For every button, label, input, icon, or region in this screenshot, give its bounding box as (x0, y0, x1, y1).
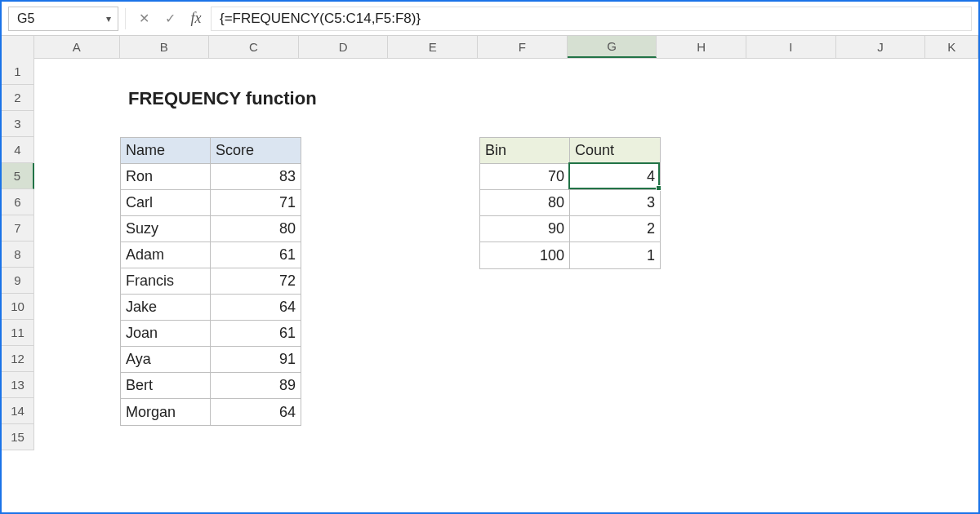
row-header-2[interactable]: 2 (2, 85, 34, 111)
table-row[interactable]: Suzy 80 (121, 216, 301, 242)
row-header-1[interactable]: 1 (2, 59, 34, 85)
col-bin-header[interactable]: Bin (480, 138, 570, 164)
cell-name[interactable]: Francis (121, 268, 211, 295)
table-row[interactable]: 90 2 (480, 216, 660, 242)
col-header-D[interactable]: D (299, 36, 389, 58)
table-row[interactable]: Morgan 64 (121, 399, 301, 425)
row-header-9[interactable]: 9 (2, 268, 34, 294)
x-icon: ✕ (139, 11, 149, 26)
cell-count[interactable]: 3 (570, 190, 660, 216)
row-header-5[interactable]: 5 (2, 163, 34, 189)
cell-score[interactable]: 80 (211, 216, 301, 242)
row-header-12[interactable]: 12 (2, 346, 34, 372)
cell-score[interactable]: 83 (211, 164, 301, 190)
cell-score[interactable]: 61 (211, 321, 301, 347)
col-name-header[interactable]: Name (121, 138, 211, 164)
row-header-14[interactable]: 14 (2, 398, 34, 424)
cell-name[interactable]: Suzy (121, 216, 211, 242)
table-row[interactable]: Aya 91 (121, 347, 301, 373)
cell-name[interactable]: Carl (121, 190, 211, 216)
cell-bin[interactable]: 70 (480, 164, 570, 190)
cell-score[interactable]: 91 (211, 347, 301, 373)
table-row[interactable]: Ron 83 (121, 164, 301, 190)
col-header-E[interactable]: E (388, 36, 478, 58)
row-header-6[interactable]: 6 (2, 189, 34, 215)
cell-bin[interactable]: 90 (480, 216, 570, 242)
col-header-B[interactable]: B (120, 36, 210, 58)
formula-input[interactable]: {=FREQUENCY(C5:C14,F5:F8)} (211, 7, 972, 31)
col-header-J[interactable]: J (836, 36, 926, 58)
table-row[interactable]: Bert 89 (121, 373, 301, 399)
cell-score[interactable]: 64 (211, 295, 301, 321)
page-title: FREQUENCY function (128, 88, 317, 109)
cell-name[interactable]: Bert (121, 373, 211, 399)
enter-formula-button[interactable]: ✓ (158, 7, 181, 30)
table-row[interactable]: Adam 61 (121, 242, 301, 268)
table-row[interactable]: Francis 72 (121, 268, 301, 295)
col-score-header[interactable]: Score (211, 138, 301, 164)
cell-count[interactable]: 2 (570, 216, 660, 242)
cell-bin[interactable]: 100 (480, 242, 570, 268)
cell-score[interactable]: 61 (211, 242, 301, 268)
col-header-A[interactable]: A (34, 36, 120, 58)
row-header-7[interactable]: 7 (2, 215, 34, 241)
row-header-11[interactable]: 11 (2, 320, 34, 346)
row-header-10[interactable]: 10 (2, 294, 34, 320)
col-header-I[interactable]: I (746, 36, 836, 58)
row-header-3[interactable]: 3 (2, 111, 34, 137)
divider (125, 8, 126, 29)
name-score-table: Name Score Ron 83 Carl 71 Suzy (120, 137, 301, 426)
col-header-C[interactable]: C (209, 36, 299, 58)
row-header-13[interactable]: 13 (2, 372, 34, 398)
cell-score[interactable]: 64 (211, 399, 301, 425)
col-header-H[interactable]: H (657, 36, 746, 58)
col-count-header[interactable]: Count (570, 138, 660, 164)
table-row[interactable]: Jake 64 (121, 295, 301, 321)
table-row[interactable]: Joan 61 (121, 321, 301, 347)
row-header-8[interactable]: 8 (2, 241, 34, 268)
cell-score[interactable]: 89 (211, 373, 301, 399)
spreadsheet-grid: A B C D E F G H I J K 1 2 3 4 5 6 7 8 9 … (2, 36, 978, 512)
formula-bar: G5 ▾ ✕ ✓ fx {=FREQUENCY(C5:C14,F5:F8)} (2, 2, 978, 36)
cell-name[interactable]: Morgan (121, 399, 211, 425)
cell-name[interactable]: Adam (121, 242, 211, 268)
table-row[interactable]: 70 4 (480, 164, 660, 190)
select-all-corner[interactable] (2, 36, 34, 59)
cell-name[interactable]: Ron (121, 164, 211, 190)
row-header-4[interactable]: 4 (2, 137, 34, 163)
cells-area[interactable]: FREQUENCY function Name Score Ron 83 Car… (34, 59, 978, 512)
cell-bin[interactable]: 80 (480, 190, 570, 216)
name-box-value: G5 (17, 11, 34, 26)
cell-name[interactable]: Joan (121, 321, 211, 347)
insert-function-button[interactable]: fx (185, 10, 207, 27)
col-header-K[interactable]: K (925, 36, 978, 58)
app-window: G5 ▾ ✕ ✓ fx {=FREQUENCY(C5:C14,F5:F8)} A… (0, 0, 980, 514)
column-headers: A B C D E F G H I J K (2, 36, 978, 59)
cell-count[interactable]: 4 (570, 164, 660, 190)
cell-count[interactable]: 1 (570, 242, 660, 268)
chevron-down-icon[interactable]: ▾ (106, 13, 111, 24)
cell-name[interactable]: Aya (121, 347, 211, 373)
cell-name[interactable]: Jake (121, 295, 211, 321)
col-header-G[interactable]: G (568, 36, 657, 58)
bin-count-table: Bin Count 70 4 80 3 90 2 (479, 137, 661, 269)
row-headers: 1 2 3 4 5 6 7 8 9 10 11 12 13 14 15 (2, 59, 34, 512)
cell-score[interactable]: 71 (211, 190, 301, 216)
table-row[interactable]: Carl 71 (121, 190, 301, 216)
cell-score[interactable]: 72 (211, 268, 301, 295)
check-icon: ✓ (165, 11, 176, 26)
table-row[interactable]: 100 1 (480, 242, 660, 268)
row-header-15[interactable]: 15 (2, 424, 34, 450)
col-header-F[interactable]: F (478, 36, 568, 58)
name-box[interactable]: G5 ▾ (8, 7, 118, 31)
table-row[interactable]: 80 3 (480, 190, 660, 216)
formula-text: {=FREQUENCY(C5:C14,F5:F8)} (220, 11, 421, 27)
cancel-formula-button[interactable]: ✕ (132, 7, 155, 30)
